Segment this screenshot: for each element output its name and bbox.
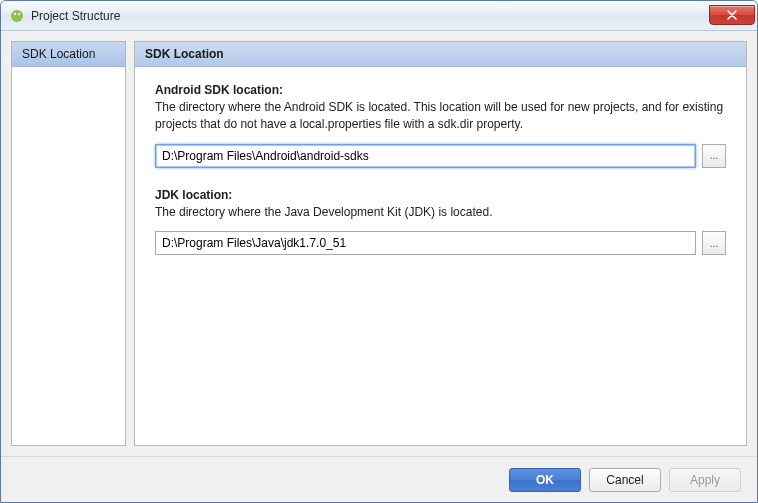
dialog-body: SDK Location SDK Location Android SDK lo… <box>1 31 757 456</box>
svg-point-2 <box>18 12 20 14</box>
sidebar-item-label: SDK Location <box>22 47 95 61</box>
android-sdk-title: Android SDK location: <box>155 83 726 97</box>
dialog-window: Project Structure SDK Location SDK Locat… <box>0 0 758 503</box>
jdk-title: JDK location: <box>155 188 726 202</box>
section-android-sdk: Android SDK location: The directory wher… <box>155 83 726 168</box>
cancel-button[interactable]: Cancel <box>589 468 661 492</box>
apply-button: Apply <box>669 468 741 492</box>
svg-point-0 <box>11 10 23 22</box>
dialog-footer: OK Cancel Apply <box>1 456 757 502</box>
main-content: Android SDK location: The directory wher… <box>135 67 746 445</box>
sidebar-item-sdk-location[interactable]: SDK Location <box>12 42 125 67</box>
jdk-input[interactable] <box>155 231 696 255</box>
ellipsis-icon: ... <box>710 150 718 161</box>
ok-button-label: OK <box>536 473 554 487</box>
android-sdk-field-row: ... <box>155 144 726 168</box>
apply-button-label: Apply <box>690 473 720 487</box>
window-title: Project Structure <box>31 9 709 23</box>
svg-point-1 <box>14 12 16 14</box>
titlebar[interactable]: Project Structure <box>1 1 757 31</box>
section-jdk: JDK location: The directory where the Ja… <box>155 188 726 255</box>
app-icon <box>9 8 25 24</box>
jdk-browse-button[interactable]: ... <box>702 231 726 255</box>
main-panel: SDK Location Android SDK location: The d… <box>134 41 747 446</box>
sidebar: SDK Location <box>11 41 126 446</box>
jdk-field-row: ... <box>155 231 726 255</box>
cancel-button-label: Cancel <box>606 473 643 487</box>
main-header: SDK Location <box>135 42 746 67</box>
jdk-desc: The directory where the Java Development… <box>155 204 726 221</box>
android-sdk-input[interactable] <box>155 144 696 168</box>
android-sdk-desc: The directory where the Android SDK is l… <box>155 99 726 134</box>
ellipsis-icon: ... <box>710 238 718 249</box>
close-button[interactable] <box>709 5 755 25</box>
ok-button[interactable]: OK <box>509 468 581 492</box>
android-sdk-browse-button[interactable]: ... <box>702 144 726 168</box>
